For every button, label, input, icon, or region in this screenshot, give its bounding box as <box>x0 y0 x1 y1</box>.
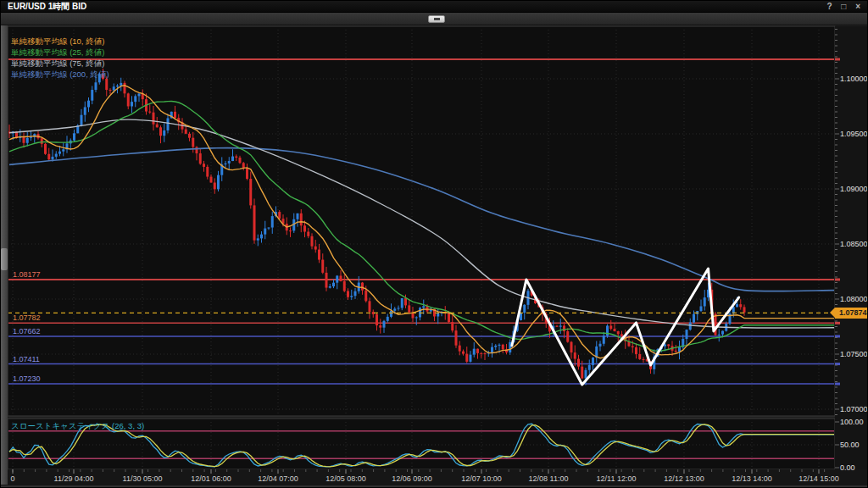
price-axis-label: 1.09500 <box>840 130 868 138</box>
stoch-axis-label: 100.00 <box>840 418 864 426</box>
price-axis-label: 1.08500 <box>840 240 868 248</box>
hline-price-label: 1.07662 <box>13 327 41 336</box>
price-axis-label: 1.10000 <box>840 75 868 83</box>
time-axis-label: 12/11 12:00 <box>582 474 650 483</box>
hline-price-label: 1.07230 <box>13 374 41 383</box>
left-sidebar-rail <box>1 25 8 485</box>
hline-price-label: 1.08177 <box>13 270 41 279</box>
bottom-strip <box>1 485 868 488</box>
time-axis-label: 12/07 10:00 <box>448 474 515 483</box>
time-axis-label: 12/04 07:00 <box>244 474 312 483</box>
time-axis-label: 12/08 11:00 <box>515 474 582 483</box>
hline-price-label: 1.07782 <box>13 313 41 322</box>
time-axis-label: 11/29 04:00 <box>40 474 108 483</box>
window-titlebar[interactable]: EUR/USD 1時間 BID ? □ × <box>1 1 868 13</box>
hline-price-label: 1.07411 <box>13 355 40 363</box>
toolbar-collapse-button[interactable] <box>428 15 445 23</box>
help-button[interactable]: ? <box>823 1 835 13</box>
window-title: EUR/USD 1時間 BID <box>8 2 86 11</box>
sidebar-collapse-handle[interactable] <box>1 248 8 270</box>
price-axis-label: 1.07500 <box>840 350 868 358</box>
grip-icon <box>434 18 440 20</box>
close-button[interactable]: × <box>852 1 864 13</box>
price-axis-label: 1.09000 <box>840 185 868 193</box>
maximize-button[interactable]: □ <box>837 1 849 13</box>
chart-canvas[interactable] <box>1 1 868 488</box>
trading-chart-window: EUR/USD 1時間 BID ? □ × 単純移動平均線 (10, 終値)単純… <box>0 0 868 488</box>
window-controls: ? □ × <box>823 1 864 13</box>
time-axis-label: 11/30 05:00 <box>108 474 176 483</box>
stoch-axis-label: 50.00 <box>840 441 860 449</box>
time-axis-label: 12/12 13:00 <box>650 474 718 483</box>
toolbar-strip <box>1 13 868 25</box>
time-axis-label: 12/01 06:00 <box>177 474 245 483</box>
time-axis-label: 12/05 08:00 <box>312 474 380 483</box>
price-axis-label: 1.07000 <box>840 405 868 413</box>
price-axis-label: 1.08000 <box>840 295 868 303</box>
time-axis[interactable]: 011/29 04:0011/30 05:0012/01 06:0012/04 … <box>1 469 855 485</box>
time-axis-label: 12/06 09:00 <box>378 474 446 483</box>
time-axis-label: 12/13 14:00 <box>718 474 786 483</box>
time-axis-label: 12/14 15:00 <box>785 474 853 483</box>
